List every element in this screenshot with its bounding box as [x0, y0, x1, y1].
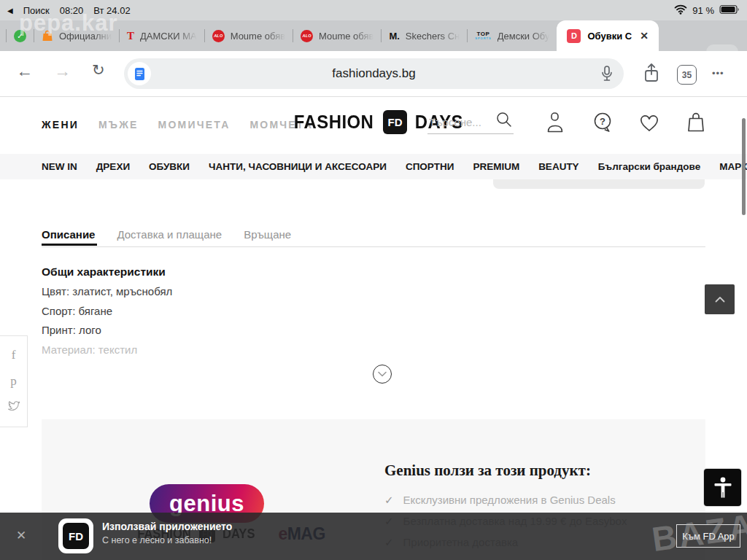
social-share-rail: f p [0, 335, 28, 427]
m-favicon: M. [389, 31, 399, 42]
tab-label: Обувки С [587, 31, 632, 42]
wishlist-button[interactable] [638, 111, 661, 137]
check-icon: ✓ [384, 494, 394, 507]
help-button[interactable]: ? [591, 111, 614, 139]
attribute-material: Материал: текстил [42, 343, 137, 356]
browser-toolbar: ← → ↻ fashiondays.bg 35 ••• [0, 51, 747, 97]
nav-new-in[interactable]: NEW IN [42, 161, 77, 172]
expand-description-button[interactable] [373, 365, 392, 384]
tab-label: Демски Обу [498, 31, 550, 42]
url-text[interactable]: fashiondays.bg [124, 58, 624, 89]
tab-detski-obuvki[interactable]: TOP SPORTS Демски Обу [468, 20, 557, 51]
category-men[interactable]: МЪЖЕ [98, 119, 139, 131]
gender-categories: ЖЕНИ МЪЖЕ МОМИЧЕТА МОМЧЕТА [42, 119, 313, 131]
tab-moite-obiavi-1[interactable]: ALO Moume обяв [205, 20, 293, 51]
category-girls[interactable]: МОМИЧЕТА [158, 119, 231, 131]
tab-label: Skechers Сн [406, 31, 460, 42]
chevron-down-icon [377, 370, 387, 378]
account-button[interactable] [544, 111, 566, 139]
tab-returns[interactable]: Връщане [244, 228, 291, 241]
screenshot-root: ◀ Поиск 08:20 Вт 24.02 91 % ✓ [0, 0, 747, 560]
genius-benefit-row: ✓ Ексклузивни предложения в Genius Deals [384, 494, 616, 507]
back-button[interactable]: ← [16, 61, 33, 81]
browser-scrollbar[interactable] [742, 118, 746, 215]
description-tabs: Описание Доставка и плащане Връщане [42, 228, 291, 241]
product-panel-remnant [493, 179, 705, 189]
logo-word-fashion: FASHION [294, 111, 374, 133]
twitter-share-icon[interactable] [7, 400, 20, 415]
cart-button[interactable] [684, 111, 708, 139]
tab-count-button[interactable]: 35 [677, 65, 697, 85]
alo-favicon: ALO [212, 30, 225, 42]
heart-icon [638, 111, 661, 134]
forward-button[interactable]: → [54, 61, 71, 81]
attribute-print: Принт: лого [42, 324, 101, 336]
tab-close-icon[interactable]: ✕ [640, 30, 649, 42]
svg-text:?: ? [600, 116, 605, 127]
battery-percent: 91 % [692, 5, 714, 16]
account-icon [544, 111, 566, 136]
tab-label: Moume обяв [319, 31, 374, 42]
share-icon [640, 62, 662, 85]
active-tab-underline [42, 244, 97, 246]
app-promo-banner: ✕ FD Използвай приложението С него е лес… [0, 513, 747, 560]
tab-label: ДАМСКИ МА [140, 31, 197, 42]
wifi-icon [674, 4, 687, 17]
nav-clothes[interactable]: ДРЕХИ [96, 161, 130, 172]
microphone-button[interactable] [599, 65, 615, 85]
tab-damski[interactable]: T ДАМСКИ МА [120, 20, 204, 51]
accessibility-button[interactable] [704, 469, 741, 506]
fd-app-icon: FD [58, 518, 93, 553]
characteristics-title: Общи характеристики [42, 265, 166, 279]
logo-monogram: FD [383, 110, 407, 134]
watermark-username: pepa.kar [19, 10, 118, 36]
banner-close-icon[interactable]: ✕ [16, 528, 26, 543]
attribute-sport: Спорт: бягане [42, 305, 112, 317]
banner-subtitle: С него е лесно и забавно! [102, 535, 212, 545]
alo-favicon: ALO [301, 30, 313, 42]
tab-description[interactable]: Описание [42, 228, 95, 241]
tab-label: Moume обяв [231, 31, 285, 42]
red-t-favicon: T [127, 30, 134, 42]
chevron-up-icon [714, 295, 726, 303]
tab-delivery-payment[interactable]: Доставка и плащане [117, 228, 222, 241]
pinterest-share-icon[interactable]: p [10, 374, 17, 389]
site-header: ЖЕНИ МЪЖЕ МОМИЧЕТА МОМЧЕТА FASHION FD DA… [0, 97, 747, 154]
banner-title: Използвай приложението [102, 521, 232, 532]
address-bar[interactable]: fashiondays.bg [124, 58, 624, 89]
site-search[interactable] [427, 110, 514, 134]
search-icon [495, 110, 514, 129]
help-icon: ? [591, 111, 614, 136]
top-sports-favicon: TOP SPORTS [475, 31, 491, 40]
accessibility-icon [711, 475, 735, 500]
search-input[interactable] [427, 115, 495, 129]
main-nav: NEW IN ДРЕХИ ОБУВКИ ЧАНТИ, ЧАСОВНИЦИ И А… [0, 154, 747, 179]
tab-skechers[interactable]: M. Skechers Сн [382, 20, 467, 51]
battery-icon [719, 4, 740, 17]
scroll-to-top-button[interactable] [705, 284, 735, 314]
overflow-menu-button[interactable]: ••• [712, 68, 724, 79]
reload-button[interactable]: ↻ [92, 61, 105, 79]
tab-active-obuvki[interactable]: D Обувки С ✕ [557, 20, 658, 51]
nav-sport[interactable]: СПОРТНИ [406, 161, 454, 172]
fashion-days-favicon: D [567, 29, 581, 43]
genius-benefits-title: Genius ползи за този продукт: [384, 462, 591, 480]
benefit-text: Ексклузивни предложения в Genius Deals [403, 494, 616, 507]
open-app-button[interactable]: Към FD App [676, 524, 740, 548]
tab-moite-obiavi-2[interactable]: ALO Moume обяв [293, 20, 381, 51]
nav-bags-accessories[interactable]: ЧАНТИ, ЧАСОВНИЦИ И АКСЕСОАРИ [209, 161, 387, 172]
nav-shoes[interactable]: ОБУВКИ [149, 161, 190, 172]
facebook-share-icon[interactable]: f [12, 348, 16, 362]
back-to-app-icon[interactable]: ◀ [7, 7, 13, 15]
fd-monogram: FD [63, 523, 89, 549]
nav-bulgarian-brands[interactable]: Български брандове [598, 161, 701, 172]
nav-premium[interactable]: PREMIUM [473, 161, 519, 172]
shopping-bag-icon [684, 111, 708, 136]
category-women[interactable]: ЖЕНИ [42, 119, 79, 131]
nav-beauty[interactable]: BEAUTY [538, 161, 579, 172]
share-button[interactable] [640, 62, 662, 88]
attribute-color: Цвят: златист, мръснобял [42, 285, 172, 298]
tabs-divider [42, 246, 705, 247]
